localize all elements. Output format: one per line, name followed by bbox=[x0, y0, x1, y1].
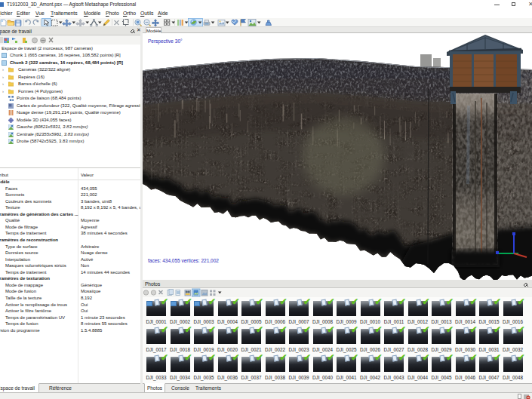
svg-text:Perspective 30°: Perspective 30° bbox=[148, 38, 183, 45]
svg-text:faces: 434,055 vertices: 221,0: faces: 434,055 vertices: 221,002 bbox=[148, 258, 219, 263]
